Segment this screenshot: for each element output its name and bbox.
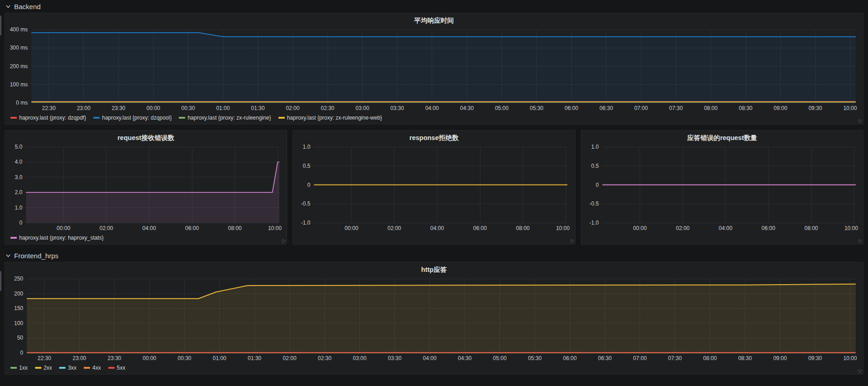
svg-text:00:00: 00:00	[57, 225, 71, 231]
svg-text:23:00: 23:00	[77, 105, 91, 111]
legend-item[interactable]: 1xx	[10, 365, 28, 371]
resize-handle-icon[interactable]	[858, 369, 862, 373]
svg-text:03:00: 03:00	[353, 355, 367, 361]
panel-error-request-count: 应答错误的request数量 00:0002:0004:0006:0008:00…	[581, 130, 863, 245]
legend-item[interactable]: haproxy.last {proxy: dzqpool}	[93, 115, 172, 121]
legend-series-name: haproxy.last {proxy: zx-ruleengine-web}	[287, 115, 382, 121]
panel-response-rejected: response拒绝数 00:0002:0004:0006:0008:0010:…	[293, 130, 575, 245]
svg-text:05:30: 05:30	[528, 355, 542, 361]
svg-text:08:30: 08:30	[739, 105, 752, 111]
panel-title[interactable]: response拒绝数	[293, 130, 575, 143]
time-series-chart[interactable]: 00:0002:0004:0006:0008:0010:00-1.0-0.500…	[584, 143, 860, 233]
time-series-chart[interactable]: 00:0002:0004:0006:0008:0010:0001.02.03.0…	[8, 143, 284, 233]
time-series-chart[interactable]: 22:3023:0023:3000:0000:3001:0001:3002:00…	[8, 26, 860, 113]
svg-text:00:00: 00:00	[345, 225, 358, 231]
chart-area: 22:3023:0023:3000:0000:3001:0001:3002:00…	[5, 275, 863, 363]
scrollbar-thumb[interactable]	[0, 15, 1, 35]
time-series-chart[interactable]: 00:0002:0004:0006:0008:0010:00-1.0-0.500…	[296, 143, 572, 233]
svg-text:09:00: 09:00	[774, 105, 787, 111]
panel-title[interactable]: request接收错误数	[5, 130, 287, 143]
resize-handle-icon[interactable]	[858, 119, 862, 123]
svg-text:250: 250	[14, 276, 23, 282]
panel-title[interactable]: 应答错误的request数量	[581, 130, 863, 143]
series-color-icon	[93, 117, 100, 119]
legend	[581, 233, 863, 244]
panel-title[interactable]: http应答	[5, 262, 863, 275]
svg-text:08:30: 08:30	[738, 355, 752, 361]
svg-text:0 ms: 0 ms	[16, 100, 28, 106]
legend-item[interactable]: 4xx	[84, 365, 101, 371]
resize-handle-icon[interactable]	[282, 239, 286, 243]
svg-text:02:00: 02:00	[100, 225, 113, 231]
svg-text:5.0: 5.0	[15, 144, 22, 150]
svg-text:22:30: 22:30	[37, 355, 51, 361]
legend-item[interactable]: haproxy.last {proxy: haproxy_stats}	[10, 235, 104, 241]
legend-item[interactable]: haproxy.last {proxy: zx-ruleengine}	[179, 115, 271, 121]
svg-text:0: 0	[19, 220, 22, 226]
svg-text:0: 0	[595, 182, 599, 188]
series-color-icon	[179, 117, 185, 119]
svg-text:23:00: 23:00	[72, 355, 86, 361]
chart-area: 00:0002:0004:0006:0008:0010:00-1.0-0.500…	[293, 143, 575, 233]
series-color-icon	[108, 367, 115, 369]
svg-text:3.0: 3.0	[15, 174, 22, 180]
legend-item[interactable]: 3xx	[59, 365, 76, 371]
row-header-backend[interactable]: Backend	[5, 1, 863, 13]
svg-text:100: 100	[14, 320, 23, 326]
svg-text:05:30: 05:30	[530, 105, 543, 111]
svg-text:0: 0	[308, 182, 311, 188]
svg-text:08:00: 08:00	[516, 225, 530, 231]
svg-text:200: 200	[14, 291, 23, 297]
svg-text:07:00: 07:00	[633, 355, 647, 361]
panel-title[interactable]: 平均响应时间	[5, 13, 863, 26]
legend-item[interactable]: 2xx	[35, 365, 52, 371]
series-color-icon	[10, 237, 17, 239]
legend: haproxy.last {proxy: haproxy_stats}	[5, 233, 287, 244]
svg-text:09:30: 09:30	[808, 105, 822, 111]
svg-text:4.0: 4.0	[15, 159, 22, 165]
svg-text:09:30: 09:30	[808, 355, 822, 361]
resize-handle-icon[interactable]	[570, 239, 574, 243]
row-header-frontend-hrps[interactable]: Frontend_hrps	[5, 250, 863, 262]
svg-text:07:30: 07:30	[669, 105, 683, 111]
svg-text:04:00: 04:00	[423, 355, 437, 361]
svg-text:00:00: 00:00	[142, 355, 156, 361]
legend-series-name: haproxy.last {proxy: zx-ruleengine}	[187, 115, 271, 121]
scrollbar-thumb[interactable]	[0, 271, 1, 291]
svg-text:00:30: 00:30	[182, 105, 195, 111]
legend: 1xx2xx3xx4xx5xx	[5, 363, 863, 374]
svg-text:1.0: 1.0	[15, 205, 22, 211]
svg-text:01:30: 01:30	[247, 355, 261, 361]
panel-http-responses: http应答 22:3023:0023:3000:0000:3001:0001:…	[5, 262, 863, 375]
grafana-dashboard: Backend 平均响应时间 22:3023:0023:3000:0000:30…	[0, 0, 868, 386]
svg-text:01:00: 01:00	[212, 355, 226, 361]
svg-text:06:30: 06:30	[600, 105, 613, 111]
resize-handle-icon[interactable]	[858, 239, 862, 243]
legend-series-name: 4xx	[92, 365, 101, 371]
chevron-down-icon	[5, 253, 11, 258]
svg-text:03:30: 03:30	[388, 355, 402, 361]
svg-text:100 ms: 100 ms	[10, 81, 28, 88]
svg-text:1.0: 1.0	[591, 144, 599, 150]
legend	[293, 233, 575, 244]
svg-text:07:00: 07:00	[634, 105, 648, 111]
legend-series-name: haproxy.last {proxy: haproxy_stats}	[19, 235, 104, 241]
svg-text:0.5: 0.5	[591, 163, 599, 169]
legend-series-name: haproxy.last {proxy: dzqpdf}	[19, 115, 86, 121]
svg-text:04:30: 04:30	[460, 105, 474, 111]
legend-item[interactable]: haproxy.last {proxy: dzqpdf}	[10, 115, 86, 121]
time-series-chart[interactable]: 22:3023:0023:3000:0000:3001:0001:3002:00…	[8, 275, 860, 363]
svg-text:02:30: 02:30	[321, 105, 334, 111]
svg-text:04:00: 04:00	[142, 225, 156, 231]
legend-item[interactable]: 5xx	[108, 365, 126, 371]
svg-text:08:00: 08:00	[703, 355, 717, 361]
svg-text:06:00: 06:00	[563, 355, 577, 361]
legend-series-name: 1xx	[19, 365, 28, 371]
row-title: Frontend_hrps	[14, 252, 59, 260]
panel-row: request接收错误数 00:0002:0004:0006:0008:0010…	[5, 130, 863, 250]
legend-item[interactable]: haproxy.last {proxy: zx-ruleengine-web}	[278, 115, 382, 121]
panel-avg-response-time: 平均响应时间 22:3023:0023:3000:0000:3001:0001:…	[5, 13, 863, 125]
svg-text:10:00: 10:00	[268, 225, 282, 231]
svg-text:10:00: 10:00	[556, 225, 570, 231]
row-title: Backend	[14, 3, 40, 10]
